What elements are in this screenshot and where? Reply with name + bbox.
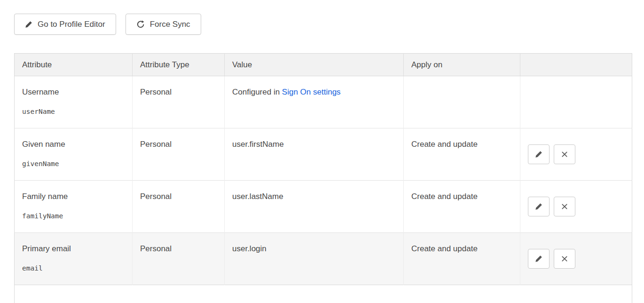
attribute-label: Primary email [22, 244, 125, 254]
row-actions [528, 144, 624, 164]
attribute-cell: Primary emailemail [15, 233, 133, 285]
sign-on-settings-link[interactable]: Sign On settings [282, 88, 341, 96]
attribute-variable-name: givenName [22, 160, 125, 167]
delete-attribute-button[interactable] [554, 197, 575, 216]
attribute-mappings-page: Go to Profile Editor Force Sync Attribut… [0, 0, 644, 303]
delete-attribute-button[interactable] [554, 144, 575, 164]
apply-on-value: Create and update [411, 192, 478, 201]
attribute-label: Family name [22, 192, 125, 201]
refresh-icon [136, 20, 145, 29]
attribute-type-cell: Personal [133, 128, 225, 181]
attribute-variable-name: familyName [22, 212, 125, 220]
toolbar: Go to Profile Editor Force Sync [14, 14, 632, 35]
apply-on-cell: Create and update [404, 128, 520, 181]
value-text: Configured in [232, 88, 280, 96]
attribute-variable-name: userName [22, 108, 125, 115]
attribute-type-value: Personal [140, 140, 172, 149]
attribute-type-value: Personal [140, 244, 172, 253]
pencil-icon [535, 203, 542, 210]
close-icon [561, 255, 568, 262]
actions-cell [520, 233, 632, 285]
actions-cell [520, 181, 632, 233]
apply-on-value: Create and update [411, 244, 478, 253]
edit-attribute-button[interactable] [528, 197, 550, 216]
go-to-profile-editor-label: Go to Profile Editor [38, 20, 105, 29]
table-row: Family namefamilyNamePersonaluser.lastNa… [15, 181, 632, 233]
attribute-type-value: Personal [140, 192, 172, 201]
edit-attribute-button[interactable] [528, 144, 550, 164]
actions-cell [520, 76, 632, 128]
pencil-icon [535, 151, 542, 158]
value-cell: user.firstName [225, 128, 404, 181]
actions-cell [520, 128, 632, 181]
value-text: user.firstName [232, 140, 284, 149]
value-cell: user.login [225, 233, 404, 285]
attribute-mapping-table: Attribute Attribute Type Value Apply on … [14, 53, 632, 303]
force-sync-button[interactable]: Force Sync [126, 14, 201, 35]
header-attribute: Attribute [15, 54, 133, 76]
attribute-type-value: Personal [140, 88, 172, 96]
attribute-cell: Given namegivenName [15, 128, 133, 181]
table-body: UsernameuserNamePersonalConfigured in Si… [15, 76, 632, 303]
apply-on-cell [404, 76, 520, 128]
row-actions [528, 249, 624, 269]
apply-on-cell: Create and update [404, 181, 520, 233]
empty-row [15, 285, 632, 303]
table-row: UsernameuserNamePersonalConfigured in Si… [15, 76, 632, 128]
row-actions [528, 197, 624, 216]
delete-attribute-button[interactable] [554, 249, 575, 269]
value-cell: user.lastName [225, 181, 404, 233]
attribute-variable-name: email [22, 264, 125, 272]
header-apply-on: Apply on [404, 54, 520, 76]
close-icon [561, 203, 568, 210]
close-icon [561, 151, 568, 158]
pencil-icon [25, 21, 32, 28]
pencil-icon [535, 255, 542, 263]
attribute-type-cell: Personal [133, 76, 225, 128]
table-row: Given namegivenNamePersonaluser.firstNam… [15, 128, 632, 181]
value-text: user.lastName [232, 192, 283, 201]
header-value: Value [225, 54, 404, 76]
attribute-label: Given name [22, 140, 125, 149]
go-to-profile-editor-button[interactable]: Go to Profile Editor [14, 14, 116, 35]
force-sync-label: Force Sync [150, 20, 190, 29]
attribute-type-cell: Personal [133, 181, 225, 233]
edit-attribute-button[interactable] [528, 249, 550, 269]
apply-on-cell: Create and update [404, 233, 520, 285]
value-text: user.login [232, 244, 267, 253]
header-attribute-type: Attribute Type [133, 54, 225, 76]
apply-on-value: Create and update [411, 140, 478, 149]
attribute-cell: Family namefamilyName [15, 181, 133, 233]
table-header: Attribute Attribute Type Value Apply on [15, 54, 632, 76]
table-row: Primary emailemailPersonaluser.loginCrea… [15, 233, 632, 285]
value-cell: Configured in Sign On settings [225, 76, 404, 128]
attribute-cell: UsernameuserName [15, 76, 133, 128]
attribute-label: Username [22, 88, 125, 97]
attribute-type-cell: Personal [133, 233, 225, 285]
header-actions [520, 54, 632, 76]
